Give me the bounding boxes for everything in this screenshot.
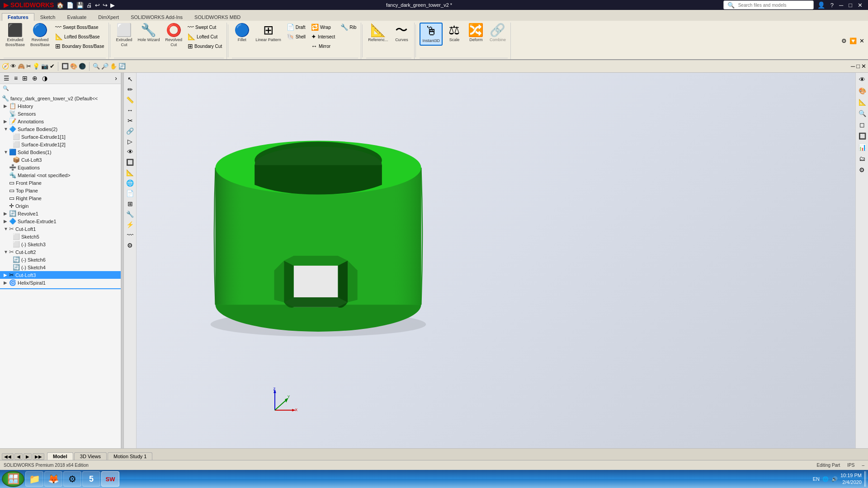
panel-grid-icon[interactable]: ⊞ [20,74,29,83]
combine-button[interactable]: 🔗 Combine [488,23,508,44]
tab-3d-views[interactable]: 3D Views [74,452,107,460]
tree-item-front-plane[interactable]: ▭ Front Plane [0,179,121,187]
tree-arrow-surface-bodies[interactable]: ▼ [4,127,9,131]
rp-section-icon[interactable]: 📐 [857,97,867,107]
win-min-icon[interactable]: ─ [851,63,855,70]
view-settings-icon[interactable]: ⚙ [840,37,848,45]
tool-mirror[interactable]: ↔ [126,106,134,115]
tab-nav-first[interactable]: ◀◀ [2,453,14,460]
tree-item-sketch4[interactable]: 🔄 (-) Sketch4 [0,263,121,271]
tree-item-history[interactable]: ▶ 📋 History [0,102,121,110]
extruded-cut-button[interactable]: ⬜ Extruded Cut [114,23,134,49]
boundary-boss-button[interactable]: ⊞ Boundary Boss/Base [53,42,106,51]
tree-arrow-history[interactable]: ▶ [4,103,9,108]
minimize-button[interactable]: ─ [837,2,845,9]
curves-button[interactable]: 〜 Curves [392,23,411,44]
panel-display-icon[interactable]: ◑ [40,74,49,83]
tool-trim[interactable]: ✂ [127,116,134,125]
taskbar-app2[interactable]: 5 [82,471,100,487]
rp-box-icon[interactable]: ◻ [857,120,867,130]
tree-arrow-solid-bodies[interactable]: ▼ [4,150,9,155]
view-section-icon[interactable]: ✂ [26,63,31,70]
view-hide-icon[interactable]: 🙈 [18,63,25,70]
tree-item-cut-loft3-body[interactable]: 📦 Cut-Loft3 [0,156,121,164]
start-button[interactable]: 🪟 [2,471,24,487]
tab-addins[interactable]: SOLIDWORKS Add-Ins [125,13,189,21]
tree-item-cut-loft1[interactable]: ▼ ✂ Cut-Loft1 [0,225,121,233]
tab-evaluate[interactable]: Evaluate [61,13,93,21]
tab-motion-study[interactable]: Motion Study 1 [108,452,152,460]
win-max-icon[interactable]: □ [856,63,860,70]
extruded-boss-button[interactable]: ⬛ Extruded Boss/Base [4,23,27,49]
restore-button[interactable]: □ [847,2,854,9]
wrap-button[interactable]: 🔁 Wrap [309,23,337,32]
tool-relations[interactable]: 🔗 [125,127,135,136]
rp-chart-icon[interactable]: 📊 [857,142,867,152]
tool-weld[interactable]: ⚡ [125,220,135,229]
tree-arrow-cut-loft2[interactable]: ▼ [4,249,9,254]
tree-arrow-revolve1[interactable]: ▶ [4,211,9,216]
deform-button[interactable]: 🔀 Deform [466,23,486,44]
tree-item-helix-spiral1[interactable]: ▶ 🌀 Helix/Spiral1 [0,279,121,286]
rp-search-icon[interactable]: 🔍 [857,108,867,118]
tree-root[interactable]: 🔧 fancy_dark_green_tower_v2 (Default<< [0,94,121,102]
tree-item-annotations[interactable]: ▶ 📝 Annotations [0,117,121,125]
lofted-cut-button[interactable]: 📐 Lofted Cut [186,32,224,41]
win-close-icon[interactable]: ✕ [861,63,866,70]
tool-routing[interactable]: 〰 [126,230,134,239]
search-bar[interactable]: 🔍 [723,0,814,9]
tab-sketch[interactable]: Sketch [34,13,61,21]
view-filter-icon[interactable]: 🔍 [93,63,100,70]
tree-arrow-annotations[interactable]: ▶ [4,119,9,124]
view-rotate-icon[interactable]: 🔄 [118,63,126,70]
quick-access-new[interactable]: 📄 [66,2,74,9]
panel-expand-icon[interactable]: › [113,74,119,83]
tree-item-sketch3[interactable]: ⬜ (-) Sketch3 [0,240,121,248]
mirror-button[interactable]: ↔ Mirror [309,42,337,51]
tab-dimxpert[interactable]: DimXpert [92,13,125,21]
scale-button[interactable]: ⚖ Scale [444,23,464,44]
tab-mbd[interactable]: SOLIDWORKS MBD [189,13,246,21]
view-shadow-icon[interactable]: 🌑 [79,63,86,70]
reference-button[interactable]: 📐 Referenc... [366,23,390,44]
view-zoom-icon[interactable]: 🔎 [101,63,108,70]
tree-arrow-cut-loft3[interactable]: ▶ [4,272,9,277]
tool-mold[interactable]: 🔧 [125,210,135,219]
panel-properties-icon[interactable]: ⊕ [30,74,39,83]
tool-view[interactable]: 🔲 [125,158,135,167]
tree-item-surface-extrude1-2[interactable]: ⬜ Surface-Extrude1[2] [0,141,121,148]
search-input[interactable] [738,3,811,8]
tree-item-cut-loft3[interactable]: ▶ ✂ Cut-Loft3 [0,271,121,279]
tree-item-surface-extrude1-1[interactable]: ⬜ Surface-Extrude1[1] [0,133,121,141]
tree-item-origin[interactable]: ✛ Origin [0,202,121,210]
clock-display[interactable]: 10:19 PM 2/4/2020 [840,472,862,486]
instant3d-button[interactable]: 🖱 Instant3D [420,23,443,46]
taskbar-solidworks[interactable]: SW [101,471,119,487]
tool-display[interactable]: 👁 [126,147,134,156]
show-desktop-icon[interactable] [864,471,866,487]
tab-nav-prev[interactable]: ◀ [14,453,23,460]
tool-construct[interactable]: ▷ [127,137,133,146]
tree-item-revolve1[interactable]: ▶ 🔄 Revolve1 [0,210,121,217]
tree-item-surface-extrude1[interactable]: ▶ 🔷 Surface-Extrude1 [0,217,121,225]
volume-icon[interactable]: 🔊 [831,476,838,482]
tool-select[interactable]: ↖ [127,75,134,84]
hole-wizard-button[interactable]: 🔧 Hole Wizard [136,23,161,44]
rp-folder-icon[interactable]: 🗂 [857,154,867,164]
tab-nav-last[interactable]: ▶▶ [33,453,44,460]
tree-item-equations[interactable]: ➗ Equations [0,164,121,171]
lofted-boss-button[interactable]: 📐 Lofted Boss/Base [53,32,106,41]
shell-button[interactable]: 🐚 Shell [285,32,307,41]
tree-item-top-plane[interactable]: ▭ Top Plane [0,187,121,194]
tree-arrow-surface-extrude1[interactable]: ▶ [4,219,9,224]
tab-nav-next[interactable]: ▶ [24,453,32,460]
tree-item-sketch5[interactable]: ⬜ Sketch5 [0,233,121,240]
boundary-cut-button[interactable]: ⊞ Boundary Cut [186,42,224,51]
user-icon[interactable]: 👤 [816,1,827,9]
tool-sketch[interactable]: ✏ [127,85,134,94]
quick-access-undo[interactable]: ↩ [95,2,100,9]
view-pan-icon[interactable]: ✋ [110,63,117,70]
rp-color-icon[interactable]: 🎨 [857,86,867,96]
tool-measure[interactable]: 📐 [125,168,135,177]
tree-item-surface-bodies[interactable]: ▼ 🔷 Surface Bodies(2) [0,125,121,133]
